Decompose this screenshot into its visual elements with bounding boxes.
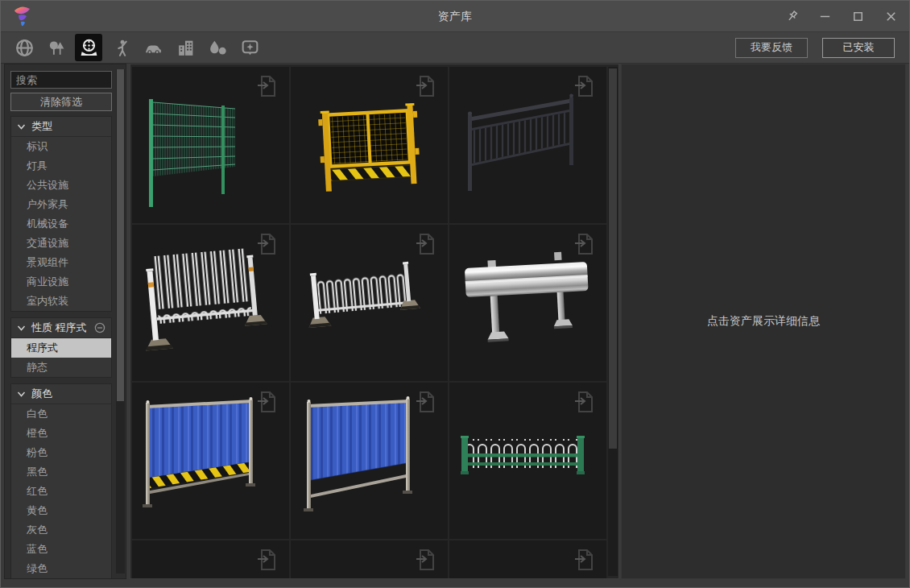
asset-tile-highway-guardrail[interactable] [449,225,606,381]
asset-grid [130,64,619,579]
filter-item[interactable]: 公共设施 [11,176,111,195]
filter-item[interactable]: 交通设施 [11,234,111,253]
installed-button[interactable]: 已安装 [822,38,895,58]
export-asset-icon[interactable] [573,73,597,99]
signs-icon[interactable] [236,34,263,61]
filter-item[interactable]: 橙色 [11,424,111,443]
asset-tile-white-u-loop-fence-short[interactable] [291,225,448,381]
export-asset-icon[interactable] [255,547,279,573]
export-asset-icon[interactable] [573,389,597,415]
close-icon[interactable] [879,6,903,27]
chevron-down-icon [17,391,26,398]
detail-empty-message: 点击资产展示详细信息 [707,314,820,329]
detail-panel: 点击资产展示详细信息 [621,64,906,579]
chevron-down-icon [17,123,26,130]
filter-item[interactable]: 户外家具 [11,195,111,214]
filter-item[interactable]: 室内软装 [11,292,111,311]
search-input[interactable] [10,71,112,89]
export-asset-icon[interactable] [573,547,597,573]
filter-item[interactable]: 景观组件 [11,253,111,272]
vegetation-icon[interactable] [43,34,70,61]
export-asset-icon[interactable] [255,73,279,99]
export-asset-icon[interactable] [414,231,438,257]
filter-section-color: 颜色 白色 橙色 粉色 黑色 红色 黄色 灰色 蓝色 绿色 紫色 [10,383,112,578]
grid-scrollbar-thumb[interactable] [609,68,617,449]
filter-item[interactable]: 红色 [11,482,111,501]
titlebar: 资产库 [1,1,909,31]
asset-tile-blue-hoarding-hazard-stripe[interactable] [132,383,289,539]
content-area: 清除筛选 类型 标识 灯具 公共设施 户外家具 机械设备 交通设施 景观组件 [4,64,906,579]
grid-scrollbar[interactable] [608,67,618,576]
export-asset-icon[interactable] [414,73,438,99]
filter-section-title: 性质 程序式 [31,321,87,335]
filter-section-title: 类型 [31,119,52,134]
chevron-down-icon [17,325,26,332]
sidebar-scrollbar-thumb[interactable] [117,69,124,401]
filter-item[interactable]: 粉色 [11,443,111,462]
remove-filter-icon[interactable] [94,322,105,333]
filter-item[interactable]: 黑色 [11,462,111,482]
asset-tile-partial[interactable] [291,540,448,578]
filter-item[interactable]: 灯具 [11,156,111,176]
filter-item[interactable]: 绿色 [11,559,111,578]
asset-tile-yellow-construction-fence[interactable] [291,67,448,223]
export-asset-icon[interactable] [255,231,279,257]
maximize-icon[interactable] [846,6,870,27]
filter-item[interactable]: 灰色 [11,520,111,540]
filter-section-color-header[interactable]: 颜色 [11,384,111,404]
filter-item[interactable]: 静态 [11,358,111,377]
pin-icon[interactable] [780,6,804,27]
asset-tile-blue-hoarding[interactable] [291,383,448,539]
buildings-icon[interactable] [172,34,199,61]
filter-section-property-header[interactable]: 性质 程序式 [11,318,111,338]
filter-section-type-header[interactable]: 类型 [11,117,111,137]
sidebar-scrollbar[interactable] [116,69,125,574]
export-asset-icon[interactable] [573,231,597,257]
asset-tile-partial[interactable] [449,540,606,578]
asset-tile-partial[interactable] [132,540,289,578]
asset-tile-white-u-loop-fence-long[interactable] [132,225,289,381]
street-facilities-icon[interactable] [75,34,102,61]
filter-list: 类型 标识 灯具 公共设施 户外家具 机械设备 交通设施 景观组件 商业设施 室… [10,116,112,578]
filter-sidebar: 清除筛选 类型 标识 灯具 公共设施 户外家具 机械设备 交通设施 景观组件 [4,64,126,579]
feedback-button[interactable]: 我要反馈 [735,38,808,58]
filter-section-title: 颜色 [31,387,52,401]
asset-library-window: 资产库 [0,0,910,588]
minimize-icon[interactable] [813,6,837,27]
asset-tile-green-garden-fence[interactable] [449,383,606,539]
filter-item[interactable]: 标识 [11,137,111,156]
asset-tile-black-metal-railing[interactable] [449,67,606,223]
clear-filter-button[interactable]: 清除筛选 [10,93,112,111]
export-asset-icon[interactable] [414,547,438,573]
export-asset-icon[interactable] [255,389,279,415]
asset-tiles [132,67,606,578]
filter-section-type: 类型 标识 灯具 公共设施 户外家具 机械设备 交通设施 景观组件 商业设施 室… [10,116,112,312]
filter-item[interactable]: 商业设施 [11,272,111,292]
window-controls [771,1,903,31]
asset-tile-green-mesh-fence[interactable] [132,67,289,223]
export-asset-icon[interactable] [414,389,438,415]
filter-item[interactable]: 黄色 [11,501,111,520]
filter-item-selected[interactable]: 程序式 [11,338,111,358]
people-icon[interactable] [107,34,134,61]
filter-section-property: 性质 程序式 程序式 静态 [10,317,112,378]
nature-icon[interactable] [204,34,231,61]
filter-item[interactable]: 蓝色 [11,540,111,559]
vehicles-icon[interactable] [139,34,167,61]
filter-item[interactable]: 机械设备 [11,214,111,234]
category-toolbar: 我要反馈 已安装 [1,31,909,64]
globe-icon[interactable] [10,34,38,61]
filter-item[interactable]: 白色 [11,404,111,424]
